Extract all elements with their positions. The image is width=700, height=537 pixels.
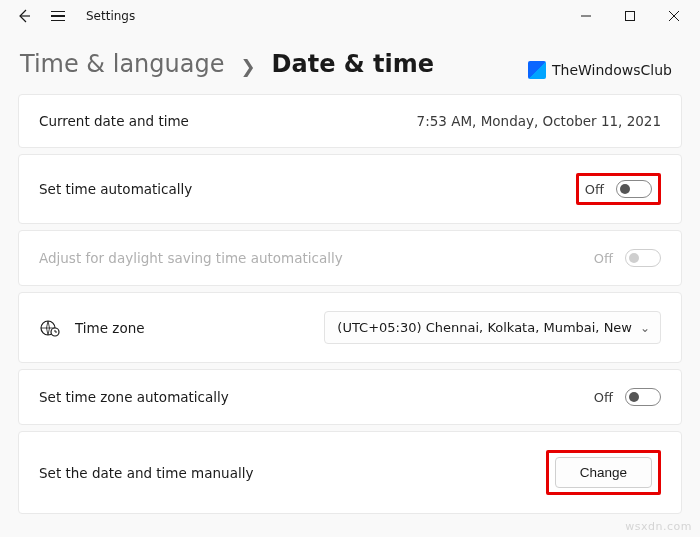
highlight-auto-time: Off: [576, 173, 661, 205]
logo-text: TheWindowsClub: [552, 62, 672, 78]
breadcrumb-current: Date & time: [272, 50, 435, 78]
auto-time-state: Off: [585, 182, 604, 197]
auto-tz-label: Set time zone automatically: [39, 389, 229, 405]
maximize-icon: [625, 11, 635, 21]
timezone-selected: (UTC+05:30) Chennai, Kolkata, Mumbai, Ne…: [337, 320, 632, 335]
minimize-icon: [581, 11, 591, 21]
close-icon: [669, 11, 679, 21]
auto-time-label: Set time automatically: [39, 181, 192, 197]
timezone-label: Time zone: [75, 320, 145, 336]
titlebar: Settings: [0, 0, 700, 32]
dst-state: Off: [594, 251, 613, 266]
auto-time-toggle[interactable]: [616, 180, 652, 198]
highlight-change: Change: [546, 450, 661, 495]
row-dst-automatically: Adjust for daylight saving time automati…: [18, 230, 682, 286]
site-logo: TheWindowsClub: [528, 61, 680, 79]
close-button[interactable]: [652, 1, 696, 31]
dst-label: Adjust for daylight saving time automati…: [39, 250, 343, 266]
window-controls: [564, 1, 696, 31]
manual-label: Set the date and time manually: [39, 465, 253, 481]
arrow-left-icon: [16, 8, 32, 24]
change-button[interactable]: Change: [555, 457, 652, 488]
row-current-datetime: Current date and time 7:53 AM, Monday, O…: [18, 94, 682, 148]
row-set-timezone-automatically: Set time zone automatically Off: [18, 369, 682, 425]
row-set-manually: Set the date and time manually Change: [18, 431, 682, 514]
back-button[interactable]: [14, 8, 34, 24]
row-set-time-automatically: Set time automatically Off: [18, 154, 682, 224]
timezone-select[interactable]: (UTC+05:30) Chennai, Kolkata, Mumbai, Ne…: [324, 311, 661, 344]
breadcrumb: Time & language ❯ Date & time TheWindows…: [0, 32, 700, 86]
breadcrumb-parent[interactable]: Time & language: [20, 50, 224, 78]
chevron-right-icon: ❯: [240, 56, 255, 77]
chevron-down-icon: ⌄: [640, 321, 650, 335]
auto-tz-toggle[interactable]: [625, 388, 661, 406]
dst-toggle: [625, 249, 661, 267]
auto-tz-state: Off: [594, 390, 613, 405]
svg-rect-0: [626, 12, 635, 21]
globe-clock-icon: [39, 317, 61, 339]
current-datetime-value: 7:53 AM, Monday, October 11, 2021: [417, 113, 661, 129]
current-datetime-label: Current date and time: [39, 113, 189, 129]
settings-content: Current date and time 7:53 AM, Monday, O…: [0, 86, 700, 514]
maximize-button[interactable]: [608, 1, 652, 31]
watermark: wsxdn.com: [625, 520, 692, 533]
row-time-zone: Time zone (UTC+05:30) Chennai, Kolkata, …: [18, 292, 682, 363]
menu-button[interactable]: [48, 11, 68, 22]
minimize-button[interactable]: [564, 1, 608, 31]
logo-icon: [528, 61, 546, 79]
app-title: Settings: [86, 9, 135, 23]
